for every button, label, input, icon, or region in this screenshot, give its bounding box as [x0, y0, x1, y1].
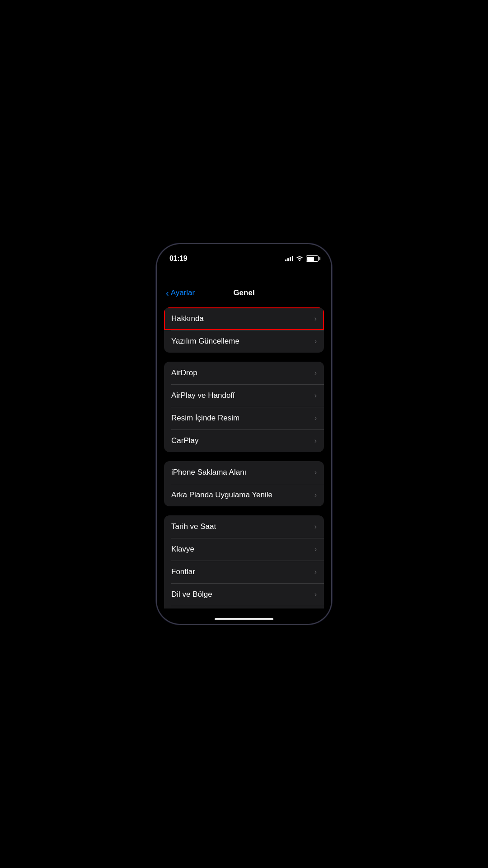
chevron-left-icon: ‹: [166, 288, 169, 297]
settings-row-airdrop[interactable]: AirDrop ›: [164, 362, 324, 384]
row-label-hakkinda: Hakkında: [171, 314, 204, 323]
settings-row-klavye[interactable]: Klavye ›: [164, 538, 324, 561]
signal-icon: [285, 256, 293, 261]
row-label-fontlar: Fontlar: [171, 567, 195, 576]
chevron-right-icon: ›: [314, 369, 317, 377]
row-label-yazilim-guncelleme: Yazılım Güncelleme: [171, 337, 239, 346]
settings-group-datetime: Tarih ve Saat › Klavye › Fontlar › Dil v…: [164, 515, 324, 609]
chevron-right-icon: ›: [314, 315, 317, 323]
settings-row-tarih-saat[interactable]: Tarih ve Saat ›: [164, 515, 324, 538]
settings-row-dil-bolge[interactable]: Dil ve Bölge ›: [164, 583, 324, 606]
home-indicator: [157, 609, 331, 624]
chevron-right-icon: ›: [314, 468, 317, 476]
screen: 01:19 67: [157, 244, 331, 624]
phone-frame: 01:19 67: [156, 243, 332, 625]
home-bar: [215, 618, 273, 620]
back-button[interactable]: ‹ Ayarlar: [166, 288, 206, 297]
row-label-arka-planda-yenile: Arka Planda Uygulama Yenile: [171, 491, 272, 500]
settings-row-fontlar[interactable]: Fontlar ›: [164, 561, 324, 583]
chevron-right-icon: ›: [314, 337, 317, 345]
row-label-airdrop: AirDrop: [171, 368, 197, 377]
page-title: Genel: [206, 288, 282, 297]
dynamic-island: [216, 267, 272, 283]
content-area: Hakkında › Yazılım Güncelleme › AirDrop …: [157, 303, 331, 609]
back-label: Ayarlar: [171, 288, 195, 297]
chevron-right-icon: ›: [314, 568, 317, 576]
status-time: 01:19: [169, 255, 187, 263]
row-label-resim-icinde-resim: Resim İçinde Resim: [171, 414, 239, 423]
chevron-right-icon: ›: [314, 545, 317, 553]
settings-row-airplay-handoff[interactable]: AirPlay ve Handoff ›: [164, 384, 324, 407]
chevron-right-icon: ›: [314, 523, 317, 531]
chevron-right-icon: ›: [314, 392, 317, 400]
chevron-right-icon: ›: [314, 590, 317, 599]
settings-row-hakkinda[interactable]: Hakkında ›: [164, 307, 324, 330]
row-label-tarih-saat: Tarih ve Saat: [171, 522, 216, 531]
settings-group-about: Hakkında › Yazılım Güncelleme ›: [164, 307, 324, 353]
volume-up-button[interactable]: [156, 320, 156, 349]
settings-row-yazilim-guncelleme[interactable]: Yazılım Güncelleme ›: [164, 330, 324, 353]
status-icons: 67: [285, 255, 319, 262]
row-label-iphone-saklama: iPhone Saklama Alanı: [171, 468, 246, 477]
chevron-right-icon: ›: [314, 491, 317, 499]
row-label-airplay-handoff: AirPlay ve Handoff: [171, 391, 235, 400]
wifi-icon: [296, 255, 303, 262]
volume-down-button[interactable]: [156, 354, 156, 383]
status-bar: 01:19 67: [157, 244, 331, 267]
chevron-right-icon: ›: [314, 437, 317, 445]
settings-row-carplay[interactable]: CarPlay ›: [164, 429, 324, 452]
settings-row-iphone-saklama[interactable]: iPhone Saklama Alanı ›: [164, 461, 324, 484]
nav-bar: ‹ Ayarlar Genel: [157, 287, 331, 303]
row-label-dil-bolge: Dil ve Bölge: [171, 590, 212, 599]
battery-icon: 67: [306, 255, 319, 262]
settings-group-storage: iPhone Saklama Alanı › Arka Planda Uygul…: [164, 461, 324, 506]
settings-row-arka-planda-yenile[interactable]: Arka Planda Uygulama Yenile ›: [164, 484, 324, 506]
row-label-klavye: Klavye: [171, 545, 194, 554]
settings-row-resim-icinde-resim[interactable]: Resim İçinde Resim ›: [164, 407, 324, 429]
chevron-right-icon: ›: [314, 414, 317, 422]
row-label-carplay: CarPlay: [171, 436, 198, 445]
settings-group-connectivity: AirDrop › AirPlay ve Handoff › Resim İçi…: [164, 362, 324, 452]
settings-row-sozluk[interactable]: Sözlük ›: [164, 606, 324, 609]
power-button[interactable]: [332, 320, 332, 361]
